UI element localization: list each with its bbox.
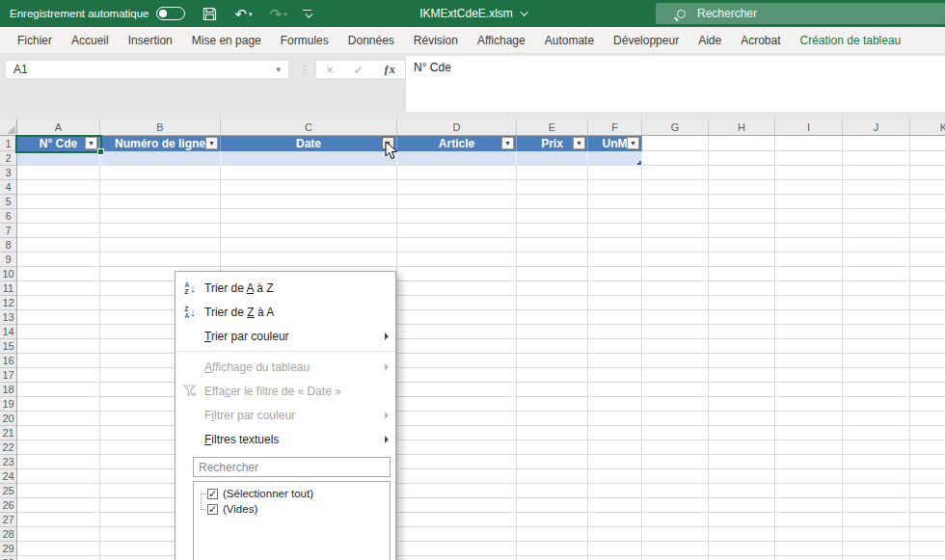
row-header-cell[interactable]: 30 — [0, 556, 16, 560]
row-header-cell[interactable]: 15 — [0, 339, 16, 354]
ribbon-tab[interactable]: Aide — [688, 27, 731, 54]
column-header-cell[interactable]: E — [517, 120, 588, 135]
undo-button[interactable]: ↶▾ — [234, 7, 252, 21]
row-header-cell[interactable]: 29 — [0, 542, 16, 556]
row-header-cell[interactable]: 12 — [0, 296, 16, 310]
save-button[interactable] — [202, 7, 217, 21]
customize-qat-button[interactable] — [303, 10, 312, 18]
filter-value-list[interactable]: (Sélectionner tout) (Vides) — [193, 481, 391, 560]
row-header-cell[interactable]: 19 — [0, 397, 16, 412]
row-header-cell[interactable]: 21 — [0, 426, 16, 440]
checkbox-icon[interactable] — [207, 489, 218, 499]
table-data-row[interactable] — [17, 151, 642, 166]
column-header-cell[interactable]: H — [709, 120, 775, 135]
menu-item-sort-za[interactable]: ZA↓ Trier de Z à A — [176, 300, 395, 324]
row-header-cell[interactable]: 8 — [0, 238, 16, 253]
filter-button-ncde[interactable]: ▾ — [85, 137, 97, 149]
ribbon-tab[interactable]: Formules — [271, 27, 338, 54]
confirm-entry-icon[interactable]: ✓ — [353, 63, 364, 77]
filter-button-unm[interactable]: ▾ — [627, 137, 639, 149]
table-resize-handle[interactable] — [637, 161, 641, 165]
cancel-entry-icon[interactable]: × — [326, 63, 334, 77]
row-header-cell[interactable]: 20 — [0, 412, 16, 426]
table-header-unm[interactable]: UnM▾ — [588, 136, 642, 151]
column-header-cell[interactable]: B — [100, 120, 221, 135]
column-header-cell[interactable]: F — [588, 120, 642, 135]
row-header-cell[interactable]: 7 — [0, 224, 16, 238]
ribbon-tab[interactable]: Affichage — [468, 27, 535, 54]
select-all-corner[interactable] — [0, 120, 17, 136]
ribbon-tab[interactable]: Automate — [535, 27, 604, 54]
table-cell[interactable] — [397, 151, 517, 166]
ribbon-tab[interactable]: Mise en page — [182, 27, 271, 54]
search-box[interactable]: Rechercher — [656, 3, 945, 24]
column-header-cell[interactable]: K — [910, 120, 945, 135]
name-box[interactable]: A1 ▾ — [5, 60, 289, 79]
filter-checkbox-vides[interactable]: (Vides) — [194, 501, 390, 517]
ribbon-tab[interactable]: Acrobat — [731, 27, 790, 54]
filter-button-numero-ligne[interactable]: ▾ — [205, 137, 218, 149]
table-header-article[interactable]: Article▾ — [397, 136, 517, 151]
filter-arrow-icon: ▾ — [631, 140, 634, 147]
row-header-cell[interactable]: 22 — [0, 440, 16, 455]
row-header-cell[interactable]: 26 — [0, 498, 16, 513]
row-header-cell[interactable]: 14 — [0, 325, 16, 339]
row-header-cell[interactable]: 23 — [0, 455, 16, 469]
autosave-toggle[interactable] — [156, 7, 185, 20]
column-header-cell[interactable]: D — [397, 120, 517, 135]
formula-bar-input[interactable]: N° Cde — [406, 56, 945, 112]
insert-function-icon[interactable]: ƒx — [384, 63, 395, 77]
row-header-cell[interactable]: 6 — [0, 209, 16, 224]
ribbon-tab[interactable]: Données — [338, 27, 404, 54]
menu-item-text-filters[interactable]: Filtres textuels — [176, 427, 395, 451]
table-cell[interactable] — [588, 151, 642, 166]
table-cell[interactable] — [221, 151, 397, 166]
ribbon-tab[interactable]: Insertion — [119, 27, 182, 54]
row-header-cell[interactable]: 3 — [0, 166, 16, 180]
filter-button-article[interactable]: ▾ — [501, 137, 514, 149]
row-header-cell[interactable]: 1 — [0, 136, 16, 151]
formula-bar-separator[interactable]: ⋮ — [299, 60, 310, 79]
table-cell[interactable] — [517, 151, 588, 166]
row-header-cell[interactable]: 17 — [0, 368, 16, 383]
table-header-prix[interactable]: Prix▾ — [517, 136, 588, 151]
row-header-cell[interactable]: 5 — [0, 195, 16, 209]
column-header-cell[interactable]: I — [775, 120, 843, 135]
row-header-cell[interactable]: 9 — [0, 253, 16, 267]
column-header-cell[interactable]: G — [642, 120, 709, 135]
ribbon-tab[interactable]: Révision — [404, 27, 468, 54]
menu-item-sort-az[interactable]: AZ↓ Trier de A à Z — [176, 276, 395, 300]
table-cell[interactable] — [100, 151, 221, 166]
row-header-cell[interactable]: 16 — [0, 354, 16, 368]
row-header-cell[interactable]: 25 — [0, 484, 16, 498]
document-title[interactable]: IKMExtCdeE.xlsm — [419, 0, 526, 27]
row-header-cell[interactable]: 28 — [0, 527, 16, 542]
row-header-cell[interactable]: 11 — [0, 281, 16, 296]
table-header-date[interactable]: Date▾ — [221, 136, 397, 151]
filter-search-input[interactable] — [193, 457, 391, 477]
checkbox-icon[interactable] — [207, 504, 218, 515]
name-box-dropdown-icon[interactable]: ▾ — [276, 65, 281, 74]
table-cell[interactable] — [17, 151, 100, 166]
row-header-cell[interactable]: 18 — [0, 383, 16, 397]
column-header-cell[interactable]: J — [843, 120, 910, 135]
ribbon-tab[interactable]: Création de tableau — [791, 27, 911, 54]
row-header-cell[interactable]: 13 — [0, 310, 16, 325]
ribbon-tab[interactable]: Accueil — [62, 27, 119, 54]
row-header-cell[interactable]: 10 — [0, 267, 16, 281]
filter-checkbox-select-all[interactable]: (Sélectionner tout) — [194, 486, 390, 501]
ribbon-tab[interactable]: Fichier — [8, 27, 62, 54]
table-header-ncde[interactable]: N° Cde▾ — [17, 136, 100, 151]
menu-item-sort-by-color[interactable]: Trier par couleur — [176, 324, 395, 348]
row-header-cell[interactable]: 24 — [0, 469, 16, 484]
row-header-cell[interactable]: 27 — [0, 513, 16, 527]
row-header-cell[interactable]: 2 — [0, 151, 16, 166]
table-header-numero-ligne[interactable]: Numéro de ligne▾ — [100, 136, 221, 151]
filter-button-prix[interactable]: ▾ — [573, 137, 585, 149]
column-header-cell[interactable]: C — [221, 120, 397, 135]
ribbon-tab[interactable]: Développeur — [604, 27, 688, 54]
filter-button-date[interactable]: ▾ — [382, 137, 394, 149]
row-header-cell[interactable]: 4 — [0, 180, 16, 195]
column-header-cell[interactable]: A — [17, 120, 100, 135]
cells-area[interactable] — [17, 136, 945, 560]
